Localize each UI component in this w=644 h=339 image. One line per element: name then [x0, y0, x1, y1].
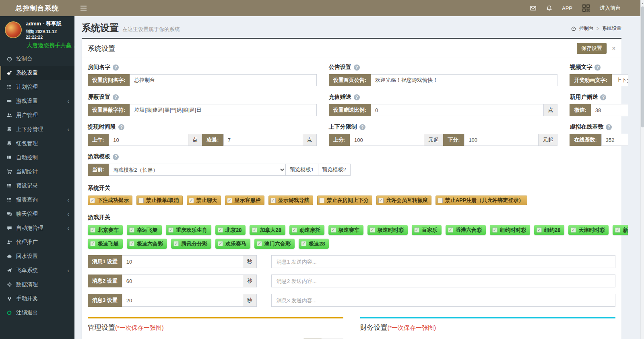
sidebar-item-plan-management[interactable]: 计划管理 [0, 80, 74, 94]
game-switch-chip[interactable]: ✓幸运飞艇 [127, 225, 162, 235]
template-select[interactable]: 游戏模板2（长屏） [109, 164, 286, 176]
input-addon: 设置赠送比例: [329, 104, 371, 116]
breadcrumb-dashboard-link[interactable]: 控制台 [579, 25, 594, 32]
sidebar-item-user-management[interactable]: 用户管理 [0, 108, 74, 122]
sidebar-item-game-settings[interactable]: 游戏设置 [0, 94, 74, 108]
wechat-bonus-input[interactable] [591, 104, 628, 116]
notifications-bell-icon[interactable] [546, 5, 552, 11]
game-switch-chip[interactable]: ✓北京28 [215, 225, 246, 235]
message3-content-input[interactable] [271, 294, 615, 307]
help-icon[interactable]: ? [354, 94, 360, 100]
sidebar-item-report-query[interactable]: 报表查询 [0, 193, 74, 207]
enter-front-link[interactable]: 进入前台 [600, 4, 621, 12]
help-icon[interactable]: ? [113, 94, 119, 100]
message1-row: 消息1 设置秒 [88, 255, 615, 268]
up-limit-input[interactable] [350, 134, 424, 146]
room-name-input[interactable] [130, 74, 316, 86]
withdraw-night-input[interactable] [223, 134, 303, 146]
game-switch-chip[interactable]: ✓极速飞艇 [88, 239, 123, 249]
sidebar-toggle-icon[interactable] [74, 6, 93, 10]
paper-plane-icon [6, 268, 12, 273]
scrollbar-thumb[interactable] [641, 6, 644, 127]
game-switch-chip[interactable]: ✓天津时时彩 [568, 225, 609, 235]
vertical-scrollbar[interactable]: ▲ [640, 0, 644, 339]
video-text-input[interactable] [612, 74, 628, 86]
sidebar-item-flying-order-system[interactable]: 飞单系统 [0, 263, 74, 277]
system-switch-chip[interactable]: ✓显示客服栏 [225, 195, 264, 205]
help-icon[interactable]: ? [359, 124, 365, 130]
sidebar-item-manual-draw[interactable]: 手动开奖 [0, 291, 74, 306]
comment-icon [6, 225, 12, 231]
game-switch-chip[interactable]: ✓极速28 [299, 239, 329, 249]
message1-content-input[interactable] [271, 255, 615, 268]
message2-content-input[interactable] [271, 275, 615, 287]
sidebar-item-agent-promotion[interactable]: 代理推广 [0, 235, 74, 249]
game-switch-chip[interactable]: ✓劲速摩托 [289, 225, 324, 235]
sidebar-item-chat-management[interactable]: 聊天管理 [0, 207, 74, 221]
recharge-ratio-input[interactable] [371, 104, 544, 116]
system-switch-chip[interactable]: ✓允许会员互转额度 [376, 195, 431, 205]
messages-icon[interactable] [530, 5, 537, 11]
system-switch-chip[interactable]: ✓禁止撤单/取消 [136, 195, 183, 205]
online-base-input[interactable] [601, 134, 628, 146]
help-icon[interactable]: ? [113, 64, 119, 71]
game-switch-chip[interactable]: ✓极速时时彩 [367, 225, 408, 235]
sidebar-item-dashboard[interactable]: 控制台 [0, 52, 74, 66]
withdraw-am-input[interactable] [109, 134, 188, 146]
qr-code-icon[interactable] [582, 4, 590, 12]
game-switch-chip[interactable]: ✓重庆欢乐生肖 [166, 225, 211, 235]
help-icon[interactable]: ? [113, 154, 119, 160]
sidebar-item-redpacket-management[interactable]: 红包管理 [0, 136, 74, 150]
user-panel: admin - 尊享版 到期 2029-11-12 22:22:22 [0, 16, 74, 41]
field-block-words: 屏蔽设置? 设置屏蔽字符: [88, 94, 317, 116]
sidebar-item-preset-records[interactable]: 预设记录 [0, 179, 74, 193]
game-switch-chip[interactable]: ✓澳门六合彩 [254, 239, 295, 249]
close-icon[interactable]: × [612, 45, 615, 52]
game-switch-chip[interactable]: ✓欢乐赛马 [215, 239, 250, 249]
scrollbar-up-arrow[interactable]: ▲ [641, 2, 644, 4]
block-words-input[interactable] [130, 104, 316, 116]
sidebar-item-data-cleanup[interactable]: 数据清理 [0, 277, 74, 291]
sidebar-item-label: 系统设置 [16, 69, 38, 77]
sidebar-item-current-stats[interactable]: 当期统计 [0, 164, 74, 179]
game-switch-chip[interactable]: ✓纽约28 [534, 225, 564, 235]
sidebar-item-updown-management[interactable]: 上下分管理 [0, 122, 74, 136]
input-addon: 微信: [570, 104, 590, 116]
sidebar-item-auto-control[interactable]: 自动控制 [0, 150, 74, 164]
system-switch-chip[interactable]: ✓禁止APP注册（只允许绑定登录） [436, 195, 528, 205]
announcement-input[interactable] [371, 74, 557, 86]
preview-template1-button[interactable]: 预览模板1 [285, 164, 318, 176]
help-icon[interactable]: ? [606, 124, 612, 130]
sidebar-item-system-settings[interactable]: 系统设置 [0, 66, 74, 80]
sidebar-item-logout[interactable]: 注销退出 [0, 306, 74, 320]
preview-template2-button[interactable]: 预览模板2 [318, 164, 351, 176]
system-switch-chip[interactable]: ✓下注成功提示 [88, 195, 132, 205]
system-switch-chip[interactable]: ✓禁止聊天 [187, 195, 221, 205]
help-icon[interactable]: ? [118, 124, 124, 130]
message1-interval-input[interactable] [122, 255, 243, 268]
help-icon[interactable]: ? [594, 64, 601, 71]
system-switch-chip[interactable]: ✓显示游戏导航 [268, 195, 313, 205]
down-limit-input[interactable] [464, 134, 539, 146]
help-icon[interactable]: ? [600, 94, 606, 100]
game-switch-chip[interactable]: ✓北京赛车 [88, 225, 123, 235]
app-link[interactable]: APP [562, 5, 572, 11]
help-icon[interactable]: ? [354, 64, 360, 71]
game-switch-chip[interactable]: ✓新疆时时彩 [613, 225, 628, 235]
save-settings-button[interactable]: 保存设置 [577, 43, 607, 54]
system-switch-list: ✓下注成功提示 ✓禁止撤单/取消 ✓禁止聊天 ✓显示客服栏 ✓显示游戏导航 ✓禁… [88, 195, 628, 205]
message2-interval-input[interactable] [122, 275, 243, 287]
sidebar-item-rebate-settings[interactable]: 回水设置 [0, 249, 74, 263]
system-switch-chip[interactable]: ✓禁止在房间上下分 [317, 195, 372, 205]
game-switch-chip[interactable]: ✓极速六合彩 [127, 239, 167, 249]
brand-title[interactable]: 总控制台系统 [0, 4, 74, 13]
message3-interval-input[interactable] [122, 294, 243, 307]
game-switch-chip[interactable]: ✓腾讯分分彩 [171, 239, 211, 249]
game-switch-chip[interactable]: ✓加拿大28 [250, 225, 285, 235]
breadcrumb: 控制台 > 系统设置 [571, 25, 621, 32]
sidebar-item-auto-bot-management[interactable]: 自动拖管理 [0, 221, 74, 235]
game-switch-chip[interactable]: ✓纽约时时彩 [490, 225, 530, 235]
game-switch-chip[interactable]: ✓极速赛车 [328, 225, 363, 235]
game-switch-chip[interactable]: ✓百家乐 [412, 225, 442, 235]
game-switch-chip[interactable]: ✓香港六合彩 [446, 225, 486, 235]
